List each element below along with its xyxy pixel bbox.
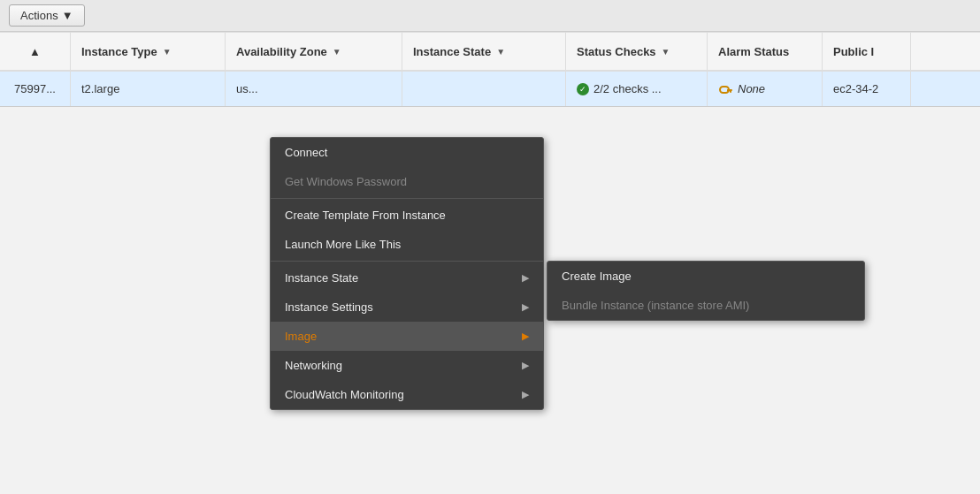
availability-zone-filter-icon: ▼ xyxy=(333,47,341,57)
td-public-ip: ec2-34-2 xyxy=(823,72,911,106)
menu-item-create-template[interactable]: Create Template From Instance xyxy=(271,201,543,230)
menu-item-connect[interactable]: Connect xyxy=(271,138,543,167)
status-checks-filter-icon: ▼ xyxy=(662,47,670,57)
th-sort[interactable]: ▲ xyxy=(0,33,71,70)
networking-arrow-icon: ▶ xyxy=(522,360,529,371)
key-icon xyxy=(718,81,734,97)
sort-icon: ▲ xyxy=(29,45,41,58)
menu-item-instance-settings[interactable]: Instance Settings ▶ xyxy=(271,293,543,322)
menu-item-get-windows-password: Get Windows Password xyxy=(271,167,543,196)
actions-bar: Actions ▼ xyxy=(0,0,980,32)
menu-item-networking[interactable]: Networking ▶ xyxy=(271,351,543,380)
td-az: us... xyxy=(226,72,402,106)
td-status: ✓ 2/2 checks ... xyxy=(566,72,708,106)
status-check-container: ✓ 2/2 checks ... xyxy=(577,82,662,95)
svg-rect-3 xyxy=(727,89,729,92)
td-id: 75997... xyxy=(0,72,71,106)
image-arrow-icon: ▶ xyxy=(522,331,529,342)
menu-item-cloudwatch[interactable]: CloudWatch Monitoring ▶ xyxy=(271,380,543,409)
th-instance-state[interactable]: Instance State ▼ xyxy=(402,33,566,70)
table-header: ▲ Instance Type ▼ Availability Zone ▼ In… xyxy=(0,33,980,72)
table-container: ▲ Instance Type ▼ Availability Zone ▼ In… xyxy=(0,32,980,107)
th-instance-type[interactable]: Instance Type ▼ xyxy=(71,33,226,70)
actions-label: Actions xyxy=(20,9,58,22)
menu-item-launch-more[interactable]: Launch More Like This xyxy=(271,230,543,259)
td-type: t2.large xyxy=(71,72,226,106)
instance-state-filter-icon: ▼ xyxy=(496,47,505,57)
menu-item-image[interactable]: Image ▶ xyxy=(271,322,543,351)
svg-rect-2 xyxy=(730,89,731,93)
submenu-item-bundle-instance: Bundle Instance (instance store AMI) xyxy=(547,291,864,320)
actions-dropdown-icon: ▼ xyxy=(62,9,73,22)
instance-state-arrow-icon: ▶ xyxy=(522,272,529,284)
table-row[interactable]: 75997... t2.large us... ✓ 2/2 checks ...… xyxy=(0,72,980,107)
instance-settings-arrow-icon: ▶ xyxy=(522,301,529,313)
th-status-checks[interactable]: Status Checks ▼ xyxy=(566,33,708,70)
cloudwatch-arrow-icon: ▶ xyxy=(522,389,529,400)
context-menu: Connect Get Windows Password Create Temp… xyxy=(270,137,544,410)
td-alarm: None xyxy=(708,72,823,106)
th-availability-zone[interactable]: Availability Zone ▼ xyxy=(226,33,402,70)
image-submenu: Create Image Bundle Instance (instance s… xyxy=(547,261,865,321)
menu-item-instance-state[interactable]: Instance State ▶ xyxy=(271,263,543,293)
menu-divider-2 xyxy=(271,261,543,262)
th-public-ip[interactable]: Public I xyxy=(823,33,911,70)
actions-button[interactable]: Actions ▼ xyxy=(9,4,85,27)
status-check-icon: ✓ xyxy=(577,83,589,95)
td-state xyxy=(402,72,566,106)
th-alarm-status[interactable]: Alarm Status xyxy=(708,33,823,70)
menu-divider-1 xyxy=(271,198,543,199)
submenu-item-create-image[interactable]: Create Image xyxy=(547,262,864,291)
instance-type-filter-icon: ▼ xyxy=(163,47,172,57)
